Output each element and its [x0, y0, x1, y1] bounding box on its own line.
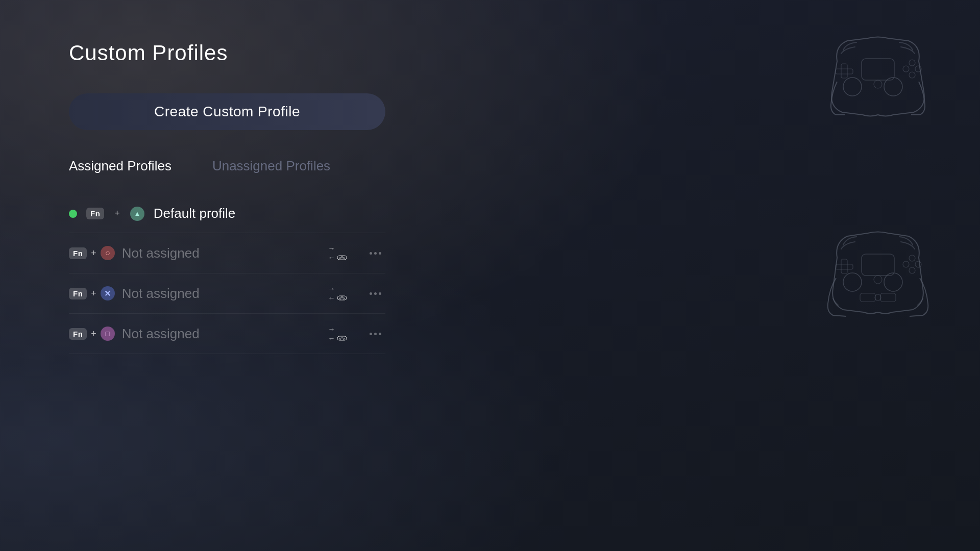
dots-menu-1[interactable] — [365, 248, 385, 259]
profile-row-2[interactable]: Fn + ✕ Not assigned → ← — [69, 273, 385, 314]
svg-point-4 — [343, 298, 345, 299]
svg-rect-2 — [341, 257, 342, 258]
default-profile-name: Default profile — [154, 206, 235, 221]
tab-unassigned[interactable]: Unassigned Profiles — [212, 158, 330, 176]
default-profile-row[interactable]: Fn + ▲ Default profile — [69, 196, 385, 233]
create-profile-label: Create Custom Profile — [154, 104, 300, 120]
active-indicator — [69, 210, 77, 218]
profile-row-1[interactable]: Fn + ○ Not assigned → ← — [69, 233, 385, 273]
profile-tabs: Assigned Profiles Unassigned Profiles — [69, 158, 980, 176]
triangle-icon: ▲ — [130, 207, 144, 221]
unassigned-label-2: Not assigned — [122, 286, 200, 302]
svg-rect-8 — [341, 337, 342, 338]
page-title: Custom Profiles — [69, 41, 980, 65]
svg-rect-5 — [341, 297, 342, 298]
plus-2: + — [91, 288, 96, 299]
fn-badge-2: Fn — [69, 288, 87, 299]
circle-icon-1: ○ — [101, 246, 115, 260]
svg-point-7 — [343, 338, 345, 340]
profile-label-group-3: Fn + □ Not assigned — [69, 326, 315, 342]
svg-point-1 — [343, 258, 345, 259]
transfer-icon-3: → ← — [325, 325, 350, 342]
create-profile-button[interactable]: Create Custom Profile — [69, 93, 385, 130]
fn-badge-3: Fn — [69, 328, 87, 340]
plus-default: + — [114, 208, 120, 219]
plus-3: + — [91, 329, 96, 339]
svg-point-3 — [339, 298, 341, 299]
unassigned-label-1: Not assigned — [122, 245, 200, 261]
plus-1: + — [91, 248, 96, 259]
tab-assigned[interactable]: Assigned Profiles — [69, 158, 172, 176]
transfer-icon-2: → ← — [325, 285, 350, 302]
cross-icon-2: ✕ — [101, 286, 115, 300]
svg-point-6 — [339, 338, 341, 340]
transfer-icon-1: → ← — [325, 244, 350, 262]
dots-menu-3[interactable] — [365, 329, 385, 339]
profile-label-group-1: Fn + ○ Not assigned — [69, 245, 315, 261]
dots-menu-2[interactable] — [365, 288, 385, 299]
profile-label-group-2: Fn + ✕ Not assigned — [69, 286, 315, 302]
profile-row-3[interactable]: Fn + □ Not assigned → ← — [69, 314, 385, 354]
svg-point-0 — [339, 258, 341, 259]
unassigned-label-3: Not assigned — [122, 326, 200, 342]
profile-list: Fn + ▲ Default profile Fn + ○ Not assign… — [69, 196, 385, 354]
square-icon-3: □ — [101, 327, 115, 341]
fn-badge-default: Fn — [86, 208, 104, 219]
fn-badge-1: Fn — [69, 247, 87, 259]
